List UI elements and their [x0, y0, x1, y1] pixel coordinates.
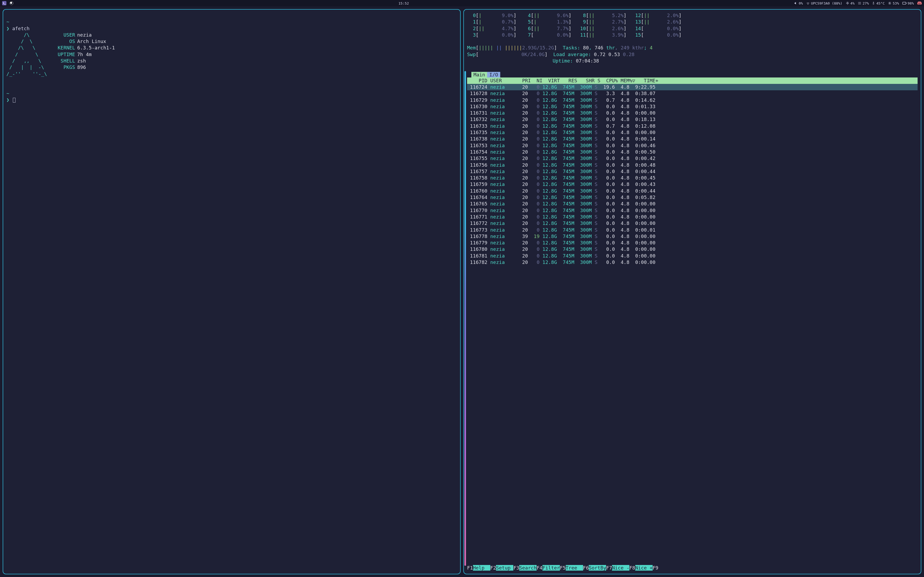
disk-value: 27%	[863, 2, 869, 5]
process-row[interactable]: 116759 nezia 20 0 12.8G 745M 300M S 0.0 …	[467, 181, 918, 187]
temp-indicator[interactable]: 45°C	[872, 2, 885, 5]
scroll-colorbar	[464, 71, 466, 566]
svg-point-1	[889, 3, 890, 4]
afetch-ascii-art: /\ / \ /\ \ / \ / ,, \ / | | -\ /_-'' ''…	[6, 32, 47, 77]
process-row[interactable]: 116729 nezia 20 0 12.8G 745M 300M S 0.7 …	[467, 97, 918, 103]
process-row[interactable]: 116753 nezia 20 0 12.8G 745M 300M S 0.0 …	[467, 142, 918, 149]
terminal-right-pane-htop[interactable]: 0[| 9.0%] 4[|| 9.6%] 8[|| 5.2%] 12[|| 2.…	[464, 9, 921, 574]
wifi-indicator[interactable]: UPC59F3A0 (88%)	[806, 2, 842, 5]
process-row[interactable]: 116758 nezia 20 0 12.8G 745M 300M S 0.0 …	[467, 175, 918, 181]
process-row[interactable]: 116779 nezia 20 0 12.8G 745M 300M S 0.0 …	[467, 240, 918, 246]
process-row[interactable]: 116772 nezia 20 0 12.8G 745M 300M S 0.0 …	[467, 220, 918, 227]
process-row[interactable]: 116782 nezia 20 0 12.8G 745M 300M S 0.0 …	[467, 259, 918, 266]
htop-process-list[interactable]: 116724 nezia 20 0 12.8G 745M 300M S 19.6…	[467, 84, 918, 565]
footer-label[interactable]: Nice +	[635, 565, 653, 571]
svg-rect-3	[906, 3, 906, 4]
htop-mem-swap: Mem[||||| || ||||||2.93G/15.2G] Tasks: 8…	[467, 38, 918, 71]
process-row[interactable]: 116781 nezia 20 0 12.8G 745M 300M S 0.0 …	[467, 253, 918, 259]
tab-io[interactable]: I/O	[487, 72, 500, 77]
footer-label[interactable]: Setup	[496, 565, 513, 571]
svg-point-0	[847, 3, 848, 4]
footer-key[interactable]: F9	[653, 565, 659, 571]
process-row[interactable]: 116780 nezia 20 0 12.8G 745M 300M S 0.0 …	[467, 246, 918, 253]
process-row[interactable]: 116765 nezia 20 0 12.8G 745M 300M S 0.0 …	[467, 201, 918, 207]
footer-label[interactable]: Help	[473, 565, 490, 571]
footer-label[interactable]: Search	[519, 565, 536, 571]
terminal-cursor[interactable]	[13, 98, 16, 103]
brightness-indicator[interactable]: 53%	[888, 2, 899, 5]
footer-key[interactable]: F1	[467, 565, 473, 571]
tab-main[interactable]: Main	[472, 72, 487, 77]
footer-key[interactable]: F5	[560, 565, 566, 571]
process-row[interactable]: 116770 nezia 20 0 12.8G 745M 300M S 0.0 …	[467, 207, 918, 214]
process-row[interactable]: 116724 nezia 20 0 12.8G 745M 300M S 19.6…	[467, 84, 918, 90]
process-row[interactable]: 116733 nezia 20 0 12.8G 745M 300M S 0.7 …	[467, 123, 918, 129]
prompt-symbol-2: ❯	[6, 97, 10, 103]
system-topbar: 15:52 0% UPC59F3A0 (88%) 4% 27% 45°C 53%	[0, 0, 924, 6]
process-row[interactable]: 116754 nezia 20 0 12.8G 745M 300M S 0.0 …	[467, 149, 918, 155]
htop-footer-keys: F1Help F2Setup F3SearchF4FilterF5Tree F6…	[467, 565, 918, 571]
process-row[interactable]: 116773 nezia 20 0 12.8G 745M 300M S 0.0 …	[467, 227, 918, 233]
discord-tray-icon[interactable]	[917, 2, 922, 5]
process-row[interactable]: 116760 nezia 20 0 12.8G 745M 300M S 0.0 …	[467, 188, 918, 194]
process-row[interactable]: 116757 nezia 20 0 12.8G 745M 300M S 0.0 …	[467, 168, 918, 175]
volume-value: 0%	[799, 2, 803, 5]
command-afetch: afetch	[12, 26, 30, 31]
process-row[interactable]: 116756 nezia 20 0 12.8G 745M 300M S 0.0 …	[467, 162, 918, 168]
htop-cpu-meters: 0[| 9.0%] 4[|| 9.6%] 8[|| 5.2%] 12[|| 2.…	[467, 12, 918, 38]
workspace: ~ ❯ afetch /\ / \ /\ \ / \ / ,, \ / | | …	[0, 6, 924, 577]
process-row[interactable]: 116771 nezia 20 0 12.8G 745M 300M S 0.0 …	[467, 214, 918, 220]
footer-label[interactable]: Tree	[566, 565, 583, 571]
process-row[interactable]: 116755 nezia 20 0 12.8G 745M 300M S 0.0 …	[467, 155, 918, 162]
svg-rect-2	[902, 2, 906, 4]
process-row[interactable]: 116764 nezia 20 0 12.8G 745M 300M S 0.0 …	[467, 194, 918, 201]
process-row[interactable]: 116728 nezia 20 0 12.8G 745M 300M S 3.3 …	[467, 90, 918, 97]
terminal-left-pane[interactable]: ~ ❯ afetch /\ / \ /\ \ / \ / ,, \ / | | …	[3, 9, 460, 574]
footer-key[interactable]: F3	[513, 565, 519, 571]
cpu-value: 4%	[850, 2, 855, 5]
volume-indicator[interactable]: 0%	[794, 2, 803, 5]
process-row[interactable]: 116735 nezia 20 0 12.8G 745M 300M S 0.0 …	[467, 129, 918, 136]
prompt-symbol: ❯	[6, 26, 10, 31]
brightness-value: 53%	[893, 2, 899, 5]
process-row[interactable]: 116778 nezia 39 19 12.8G 745M 300M S 0.0…	[467, 233, 918, 240]
footer-label[interactable]: SortBy	[589, 565, 606, 571]
htop-tabs: MainI/O	[467, 72, 918, 77]
afetch-values: nezia Arch Linux 6.3.5-arch1-1 7h 4m zsh…	[77, 32, 115, 71]
footer-label[interactable]: Filter	[543, 565, 560, 571]
process-row[interactable]: 116738 nezia 20 0 12.8G 745M 300M S 0.0 …	[467, 136, 918, 142]
disk-indicator[interactable]: 27%	[858, 2, 869, 5]
cpu-indicator[interactable]: 4%	[846, 2, 855, 5]
wifi-value: UPC59F3A0 (88%)	[811, 2, 842, 5]
battery-value: 98%	[908, 2, 914, 5]
clock: 15:52	[13, 2, 794, 5]
afetch-keys: USER OS KERNEL UPTIME SHELL PKGS	[58, 32, 75, 71]
htop-columns-header[interactable]: PID USER PRI NI VIRT RES SHR S CPU% MEM%…	[467, 77, 918, 84]
process-row[interactable]: 116732 nezia 20 0 12.8G 745M 300M S 0.0 …	[467, 116, 918, 122]
temp-value: 45°C	[876, 2, 885, 5]
battery-indicator[interactable]: 98%	[902, 2, 914, 5]
app-icon-2[interactable]	[10, 2, 13, 5]
footer-key[interactable]: F7	[606, 565, 612, 571]
terminal-app-icon[interactable]	[2, 1, 6, 5]
footer-key[interactable]: F6	[583, 565, 589, 571]
process-row[interactable]: 116731 nezia 20 0 12.8G 745M 300M S 0.0 …	[467, 110, 918, 116]
footer-key[interactable]: F4	[536, 565, 543, 571]
cwd-tilde: ~	[6, 19, 10, 24]
cwd-tilde-2: ~	[6, 90, 10, 96]
footer-key[interactable]: F8	[629, 565, 635, 571]
process-row[interactable]: 116730 nezia 20 0 12.8G 745M 300M S 0.0 …	[467, 103, 918, 110]
footer-label[interactable]: Nice -	[612, 565, 629, 571]
footer-key[interactable]: F2	[490, 565, 496, 571]
